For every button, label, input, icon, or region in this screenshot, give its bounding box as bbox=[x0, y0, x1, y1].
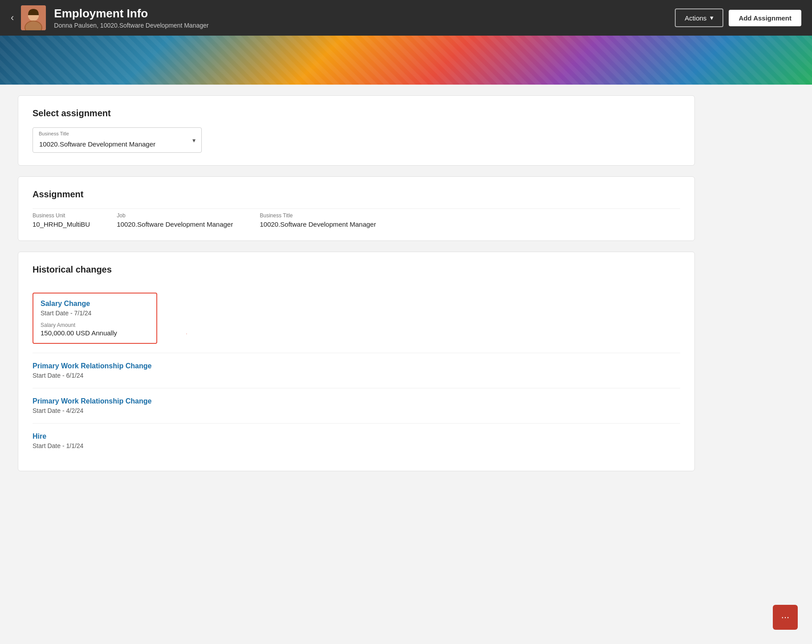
business-unit-value: 10_HRHD_MultiBU bbox=[33, 220, 90, 228]
page-title: Employment Info bbox=[54, 7, 675, 20]
business-title-value: 10020.Software Development Manager bbox=[260, 220, 376, 228]
decorative-banner bbox=[0, 36, 812, 85]
chevron-down-icon: ▾ bbox=[710, 14, 714, 22]
historical-item-hire: Hire Start Date - 1/1/24 bbox=[33, 423, 680, 458]
job-value: 10020.Software Development Manager bbox=[117, 220, 233, 228]
back-button[interactable]: ‹ bbox=[11, 12, 14, 24]
job-field: Job 10020.Software Development Manager bbox=[117, 212, 233, 228]
job-label: Job bbox=[117, 212, 233, 219]
hire-date: Start Date - 1/1/24 bbox=[33, 442, 680, 449]
chat-icon: ··· bbox=[781, 611, 789, 623]
historical-changes-card: Historical changes Salary Change Start D… bbox=[18, 252, 695, 471]
salary-change-highlight-box: Salary Change Start Date - 7/1/24 Salary… bbox=[33, 293, 157, 344]
primary-work-change-1-title[interactable]: Primary Work Relationship Change bbox=[33, 362, 680, 370]
dot-marker: · bbox=[186, 331, 187, 336]
historical-item-primary-1: Primary Work Relationship Change Start D… bbox=[33, 353, 680, 388]
business-title-field: Business Title 10020.Software Developmen… bbox=[260, 212, 376, 228]
primary-work-change-1-date: Start Date - 6/1/24 bbox=[33, 372, 680, 379]
main-content: Select assignment Business Title 10020.S… bbox=[0, 85, 713, 493]
hire-title[interactable]: Hire bbox=[33, 432, 680, 440]
historical-items-container: Salary Change Start Date - 7/1/24 Salary… bbox=[33, 284, 680, 458]
salary-change-title[interactable]: Salary Change bbox=[41, 300, 149, 308]
salary-change-date: Start Date - 7/1/24 bbox=[41, 310, 149, 317]
dropdown-label: Business Title bbox=[39, 131, 69, 136]
chat-button[interactable]: ··· bbox=[773, 605, 798, 630]
primary-work-change-2-date: Start Date - 4/2/24 bbox=[33, 407, 680, 414]
actions-button[interactable]: Actions ▾ bbox=[675, 8, 723, 27]
avatar bbox=[21, 5, 46, 30]
business-unit-field: Business Unit 10_HRHD_MultiBU bbox=[33, 212, 90, 228]
select-assignment-title: Select assignment bbox=[33, 108, 680, 118]
salary-amount-label: Salary Amount bbox=[41, 322, 149, 328]
business-unit-label: Business Unit bbox=[33, 212, 90, 219]
header-title-block: Employment Info Donna Paulsen, 10020.Sof… bbox=[54, 7, 675, 29]
historical-item-primary-2: Primary Work Relationship Change Start D… bbox=[33, 388, 680, 423]
header-actions: Actions ▾ Add Assignment bbox=[675, 8, 801, 27]
page-subtitle: Donna Paulsen, 10020.Software Developmen… bbox=[54, 22, 675, 29]
assignment-title: Assignment bbox=[33, 189, 680, 200]
assignment-fields: Business Unit 10_HRHD_MultiBU Job 10020.… bbox=[33, 208, 680, 228]
primary-work-change-2-title[interactable]: Primary Work Relationship Change bbox=[33, 397, 680, 405]
business-title-dropdown-wrapper: Business Title 10020.Software Developmen… bbox=[33, 127, 202, 153]
assignment-card: Assignment Business Unit 10_HRHD_MultiBU… bbox=[18, 176, 695, 241]
select-assignment-card: Select assignment Business Title 10020.S… bbox=[18, 95, 695, 166]
historical-changes-title: Historical changes bbox=[33, 265, 680, 275]
add-assignment-button[interactable]: Add Assignment bbox=[729, 10, 801, 26]
historical-item-salary: Salary Change Start Date - 7/1/24 Salary… bbox=[33, 284, 680, 353]
salary-amount-value: 150,000.00 USD Annually bbox=[41, 329, 149, 337]
page-header: ‹ Employment Info Donna Paulsen, 10020.S… bbox=[0, 0, 812, 36]
business-title-label: Business Title bbox=[260, 212, 376, 219]
